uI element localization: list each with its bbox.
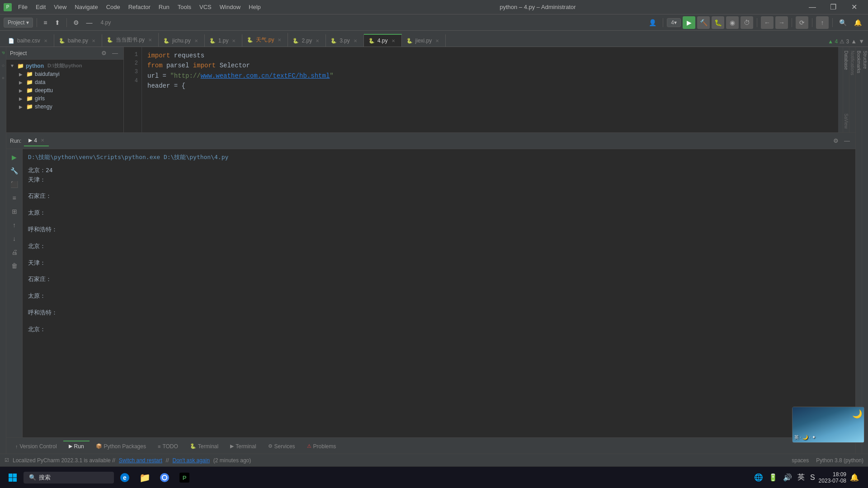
- run-print-icon[interactable]: 🖨: [9, 247, 20, 258]
- switch-restart-link[interactable]: Switch and restart: [119, 457, 162, 464]
- bookmarks-tab[interactable]: Bookmarks: [856, 47, 862, 77]
- menu-tools[interactable]: Tools: [174, 3, 195, 11]
- menu-file[interactable]: File: [14, 3, 31, 11]
- close-run-icon[interactable]: —: [842, 136, 852, 145]
- menu-vcs[interactable]: VCS: [196, 3, 215, 11]
- collapse-icon[interactable]: ⬆: [52, 18, 63, 28]
- code-content[interactable]: import requests from parsel import Selec…: [142, 47, 838, 132]
- volume-icon[interactable]: 🔊: [781, 471, 794, 483]
- structure-tab[interactable]: Structure: [862, 47, 868, 73]
- tree-item-data[interactable]: ▶ 📁 data: [6, 78, 123, 86]
- panel-settings-icon[interactable]: ⚙: [99, 49, 108, 57]
- tab-tianqi-py[interactable]: 🐍 天气.py ✕: [242, 33, 288, 47]
- run-text-output[interactable]: D:\技能\python\venv\Scripts\python.exe D:\…: [23, 149, 855, 437]
- tab-close-icon[interactable]: ✕: [43, 38, 48, 43]
- menu-view[interactable]: View: [50, 3, 70, 11]
- database-tab[interactable]: Database: [843, 47, 849, 74]
- vcs-button[interactable]: ↑: [816, 16, 829, 29]
- tab-version-control[interactable]: ↑ Version Control: [10, 441, 62, 451]
- dont-ask-link[interactable]: Don't ask again: [173, 457, 210, 464]
- tree-item-deepttu[interactable]: ▶ 📁 deepttu: [6, 86, 123, 94]
- tab-todo[interactable]: ≡ TODO: [152, 441, 184, 451]
- tab-terminal[interactable]: ▶ Terminal: [225, 441, 261, 451]
- tab-close-icon[interactable]: ✕: [91, 38, 96, 43]
- menu-refactor[interactable]: Refactor: [125, 3, 154, 11]
- tab-run[interactable]: ▶ Run: [63, 441, 90, 451]
- tab-jiexi-py[interactable]: 🐍 jiexi.py ✕: [402, 34, 446, 47]
- panel-hide-icon[interactable]: —: [110, 49, 120, 57]
- minimize-button[interactable]: —: [802, 0, 823, 14]
- notifications-button[interactable]: 🔔: [851, 18, 864, 28]
- hide-panel-icon[interactable]: —: [84, 18, 95, 28]
- bookmarks-icon[interactable]: ☆: [0, 59, 6, 72]
- tab-close-icon[interactable]: ✕: [391, 38, 396, 43]
- tab-close-icon[interactable]: ✕: [434, 38, 440, 43]
- run-delete-icon[interactable]: 🗑: [9, 260, 20, 271]
- project-icon[interactable]: P: [0, 47, 6, 59]
- settings-icon[interactable]: ⚙: [71, 18, 82, 28]
- tab-close-icon[interactable]: ✕: [277, 38, 282, 42]
- tab-close-icon[interactable]: ✕: [353, 38, 358, 43]
- run-play-icon[interactable]: ▶: [9, 152, 20, 163]
- run-filter-icon[interactable]: ⊞: [9, 206, 20, 217]
- account-icon[interactable]: 👤: [646, 18, 659, 28]
- debug-button[interactable]: 🐛: [712, 16, 724, 29]
- maximize-button[interactable]: ❐: [823, 0, 844, 14]
- taskbar-chrome-icon[interactable]: [156, 469, 174, 487]
- run-stop-icon[interactable]: ⬛: [9, 179, 20, 190]
- tab-close-icon[interactable]: ✕: [231, 38, 236, 43]
- run-up-icon[interactable]: ↑: [9, 220, 20, 230]
- run-scroll-icon[interactable]: ≡: [9, 192, 20, 203]
- tab-1-py[interactable]: 🐍 1.py ✕: [205, 34, 243, 47]
- tab-problems[interactable]: ⚠ Problems: [302, 441, 342, 451]
- tab-python-console[interactable]: 🐍 Terminal: [184, 441, 224, 451]
- taskbar-pycharm-icon[interactable]: P: [175, 469, 193, 487]
- ime-icon[interactable]: 英: [796, 471, 807, 484]
- tab-python-packages[interactable]: 📦 Python Packages: [90, 441, 151, 451]
- back-button[interactable]: ←: [761, 16, 774, 29]
- forward-button[interactable]: →: [775, 16, 788, 29]
- menu-edit[interactable]: Edit: [32, 3, 49, 11]
- tab-jichu-py[interactable]: 🐍 jichu.py ✕: [159, 34, 205, 47]
- tab-dangdang-py[interactable]: 🐍 当当图书.py ✕: [102, 33, 159, 47]
- scroll-down-icon[interactable]: ▼: [859, 38, 864, 45]
- structure-icon[interactable]: ≡: [0, 72, 6, 84]
- tree-item-shengy[interactable]: ▶ 📁 shengy: [6, 103, 123, 111]
- taskbar-explorer-icon[interactable]: 📁: [136, 469, 154, 487]
- close-button[interactable]: ✕: [844, 0, 864, 14]
- scroll-up-icon[interactable]: ▲: [851, 38, 857, 45]
- taskbar-edge-icon[interactable]: e: [116, 469, 134, 487]
- run-tab-close[interactable]: ✕: [41, 138, 44, 143]
- saview-tab[interactable]: SaView: [843, 110, 849, 132]
- profile-button[interactable]: ⏱: [741, 16, 753, 29]
- tab-services[interactable]: ⚙ Services: [263, 441, 301, 451]
- run-wrench-icon[interactable]: 🔧: [9, 165, 20, 176]
- menu-code[interactable]: Code: [103, 3, 124, 11]
- expand-all-icon[interactable]: ≡: [41, 18, 50, 28]
- tab-4-py[interactable]: 🐍 4.py ✕: [364, 34, 402, 47]
- taskbar-search[interactable]: 🔍 搜索: [24, 472, 114, 483]
- search-button[interactable]: 🔍: [836, 18, 849, 28]
- code-panel[interactable]: 1 2 3 4 import requests from parsel impo…: [124, 47, 843, 132]
- tab-baihe-py[interactable]: 🐍 baihe.py ✕: [54, 34, 102, 47]
- battery-icon[interactable]: 🔋: [767, 471, 779, 483]
- run-button[interactable]: ▶: [683, 16, 695, 29]
- build-button[interactable]: 🔨: [697, 16, 710, 29]
- menu-help[interactable]: Help: [245, 3, 264, 11]
- ime2-icon[interactable]: S: [808, 472, 817, 483]
- project-button[interactable]: Project ▾: [4, 18, 33, 28]
- settings-run-icon[interactable]: ⚙: [831, 136, 840, 145]
- tree-root[interactable]: ▼ 📁 python D:\技能\python: [6, 61, 123, 70]
- run-tab-4[interactable]: ▶ 4 ✕: [24, 136, 49, 146]
- recent-files-button[interactable]: ⟳: [796, 16, 808, 29]
- run-config-selector[interactable]: 4▾: [667, 18, 681, 27]
- tab-2-py[interactable]: 🐍 2.py ✕: [288, 34, 326, 47]
- tab-3-py[interactable]: 🐍 3.py ✕: [326, 34, 364, 47]
- run-down-icon[interactable]: ↓: [9, 233, 20, 244]
- tab-close-icon[interactable]: ✕: [315, 38, 320, 43]
- menu-run[interactable]: Run: [155, 3, 173, 11]
- notifications-tab[interactable]: Notifications: [849, 47, 855, 79]
- menu-navigate[interactable]: Navigate: [71, 3, 101, 11]
- tab-close-icon[interactable]: ✕: [147, 38, 153, 42]
- start-button[interactable]: [4, 469, 22, 487]
